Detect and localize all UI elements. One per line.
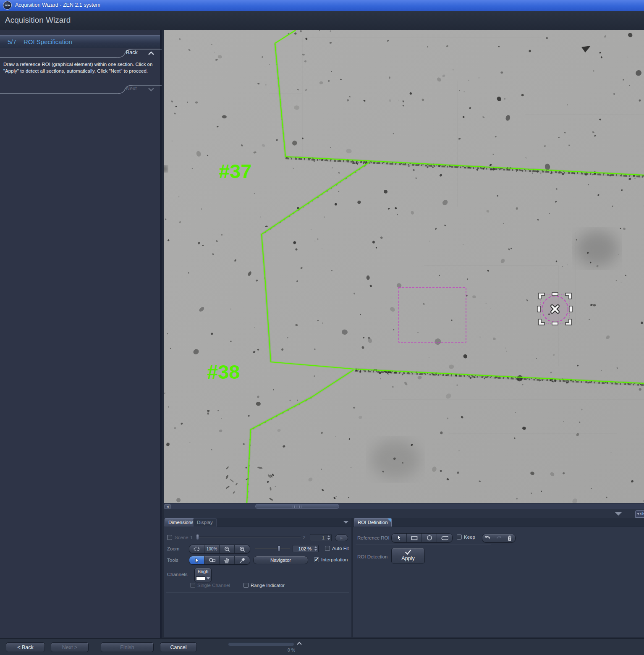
dimensions-tabrow: Dimensions Display [164, 518, 351, 527]
tab-display[interactable]: Display [193, 518, 217, 527]
tab-roi-definition[interactable]: ROI Definition [354, 518, 392, 527]
channel-button[interactable]: Brigh [194, 568, 212, 582]
chevron-up-icon[interactable] [148, 51, 154, 55]
section-label-38: #38 [207, 361, 240, 383]
single-channel-checkbox[interactable] [190, 583, 195, 588]
finish-button[interactable]: Finish [101, 642, 154, 652]
horizontal-scrollbar[interactable]: ◀ [164, 503, 644, 509]
scroll-left-button[interactable]: ◀ [164, 504, 171, 509]
zoom-out-button[interactable] [220, 545, 235, 553]
collapse-back-button[interactable]: Back [126, 50, 138, 55]
zoom-button-group: 100% [189, 545, 250, 553]
roi-definition-panel: ROI Definition Reference ROI Keep [353, 518, 644, 637]
panel-collapse-strip: Sh [164, 509, 644, 518]
tab-dimensions[interactable]: Dimensions [165, 518, 197, 527]
channel-color-swatch [196, 576, 205, 580]
roi-select-tool-button[interactable] [392, 534, 407, 542]
zoom-slider[interactable] [255, 545, 290, 551]
channel-name: Brigh [195, 569, 211, 575]
undo-icon[interactable] [482, 534, 493, 542]
wizard-sidebar: 5/7 ROI Specification Back Draw a refere… [0, 30, 162, 639]
channel-dropdown-icon[interactable] [207, 577, 210, 579]
navigator-button[interactable]: Navigator [253, 556, 308, 564]
roi-circle-tool-button[interactable] [422, 534, 437, 542]
wizard-footer: < Back Next > Finish Cancel 0 % [0, 639, 644, 655]
application-window: ZEN Acquisition Wizard - ZEN 2.1 system … [0, 0, 644, 655]
panel-dropdown-icon[interactable] [343, 521, 348, 524]
zoom-spinbox[interactable]: 102 % [293, 545, 319, 552]
panel-divider [166, 592, 349, 593]
progress-bar [228, 642, 294, 646]
chevron-down-icon[interactable] [148, 87, 154, 92]
roi-detection-label: ROI Detection [357, 554, 387, 559]
range-indicator-label: Range Indicator [251, 583, 285, 588]
cursor-tool-button[interactable] [189, 556, 204, 564]
keep-checkbox[interactable] [457, 534, 462, 540]
color-picker-tool-button[interactable] [235, 556, 250, 564]
scene-spin-arrows[interactable] [326, 534, 331, 541]
collapse-panels-icon[interactable] [615, 512, 622, 516]
scene-label: Scene [175, 535, 188, 540]
reference-roi-label: Reference ROI [357, 535, 390, 540]
roi-contour-tool-button[interactable] [437, 534, 452, 542]
keep-label: Keep [464, 534, 475, 540]
scene-min-label: 1 [190, 535, 193, 540]
roi-center-x-icon [552, 306, 558, 312]
scrollbar-thumb[interactable] [255, 504, 339, 509]
blob-smudge [576, 231, 618, 266]
scrollbar-grip [293, 506, 302, 508]
auto-fit-checkbox[interactable] [325, 546, 330, 551]
blob-smudge [371, 440, 420, 479]
scene-max-label: 2 [303, 535, 305, 540]
zoom-spin-arrows[interactable] [313, 545, 318, 552]
reference-roi-tool-group [391, 533, 453, 542]
scene-spinbox[interactable]: 1 [310, 534, 332, 541]
zoom-in-button[interactable] [235, 545, 250, 553]
next-button[interactable]: Next > [51, 642, 89, 652]
step-description: Draw a reference ROI (graphical element)… [3, 61, 154, 75]
scene-checkbox[interactable] [167, 535, 172, 540]
undo-redo-group [482, 534, 516, 542]
range-indicator-checkbox[interactable] [243, 583, 249, 588]
scene-slider-track [196, 537, 301, 537]
wizard-header: Acquisition Wizard [0, 11, 644, 30]
zoom-100-button[interactable]: 100% [204, 545, 220, 553]
section-label-37: #37 [219, 160, 251, 182]
channels-label: Channels [167, 572, 188, 577]
title-bar[interactable]: ZEN Acquisition Wizard - ZEN 2.1 system [0, 0, 644, 11]
redo-icon[interactable] [493, 534, 504, 542]
delete-roi-icon[interactable] [504, 534, 515, 542]
apply-check-icon [392, 549, 424, 555]
show-all-tab[interactable]: Sh [635, 510, 644, 518]
roi-rectangle-tool-button[interactable] [407, 534, 422, 542]
collapse-next-button[interactable]: Next [126, 86, 137, 92]
cancel-button[interactable]: Cancel [160, 642, 197, 652]
zoom-label: Zoom [167, 546, 179, 551]
progress-percent: 0 % [271, 647, 295, 652]
pan-hand-tool-button[interactable] [220, 556, 235, 564]
scene-slider-thumb[interactable] [196, 534, 199, 540]
back-button[interactable]: < Back [6, 642, 45, 652]
progress-chevron-up-icon[interactable] [296, 642, 302, 645]
checkbox-glyph-icon [637, 513, 639, 515]
scene-play-button[interactable]: ▶ [335, 534, 348, 541]
dimensions-panel: Dimensions Display Scene 1 2 1 ▶ Zoom 10… [164, 518, 351, 637]
single-channel-label: Single Channel [197, 583, 230, 588]
page-title: Acquisition Wizard [5, 16, 71, 25]
micrograph-background [164, 30, 644, 503]
zoom-region-tool-button[interactable] [204, 556, 220, 564]
window-title: Acquisition Wizard - ZEN 2.1 system [15, 2, 100, 8]
roi-tabrow: ROI Definition [353, 518, 644, 527]
interpolation-label: Interpolation [321, 557, 348, 562]
apply-label: Apply [392, 555, 424, 561]
interpolation-checkbox[interactable]: ✓ [314, 557, 319, 562]
panel-divider [356, 545, 491, 545]
zoom-fit-button[interactable] [189, 545, 204, 553]
apply-button[interactable]: Apply [391, 548, 425, 563]
image-viewport[interactable]: #37 #38 [164, 30, 644, 503]
tools-label: Tools [167, 558, 178, 563]
tab-fold-icon [387, 519, 391, 522]
zoom-slider-thumb[interactable] [277, 545, 280, 551]
zoom-slider-track [255, 548, 290, 549]
scene-slider[interactable] [196, 534, 301, 540]
